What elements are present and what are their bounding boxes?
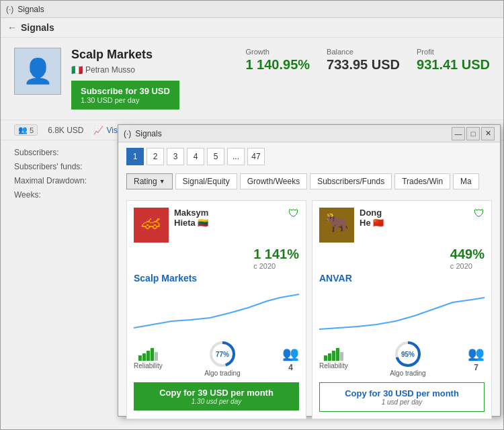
card2-author-name: DongHe 🇨🇳 [360, 208, 485, 228]
subscribers-group: 👥 5 [14, 124, 38, 136]
card1-author-info: MaksymHieta 🇱🇹 [174, 208, 299, 228]
signals-icon: (·) [6, 5, 13, 14]
card1-reliability: Reliability [134, 347, 163, 370]
card2-chart-svg [319, 288, 485, 335]
profit-value: 931.41 USD [417, 57, 490, 73]
bar1 [324, 355, 327, 361]
bar4 [336, 348, 339, 361]
svg-text:🏎: 🏎 [142, 212, 161, 233]
card2-growth-area: 449% c 2020 [319, 247, 485, 270]
balance-value: 733.95 USD [327, 57, 400, 73]
signal-card-1: 🏎 MaksymHieta 🇱🇹 🛡 1 141% c 2020 Scalp M… [126, 200, 306, 419]
bg-titlebar: (·) Signals [1, 1, 503, 18]
card1-growth-area: 1 141% c 2020 [134, 247, 299, 270]
page-btn-3[interactable]: 3 [167, 148, 184, 165]
filter-ma[interactable]: Ma [453, 173, 479, 189]
bar2 [142, 353, 146, 361]
page-btn-4[interactable]: 4 [187, 148, 204, 165]
card2-growth-pct: 449% [450, 247, 485, 262]
card2-copy-sub: 1 usd per day [325, 398, 478, 406]
card1-reliability-label: Reliability [134, 362, 163, 370]
fg-title-text: (·) Signals [124, 129, 448, 138]
usd-amount: 6.8K USD [48, 126, 83, 135]
filter-trades-win[interactable]: Trades/Win [394, 173, 450, 189]
card1-copy-sub: 1.30 usd per day [139, 398, 294, 405]
page-btn-2[interactable]: 2 [146, 148, 164, 165]
bar3 [332, 351, 335, 361]
card1-circle: 77% [208, 340, 237, 368]
card2-growth-block: 449% c 2020 [450, 247, 485, 270]
card1-growth-since: c 2020 [253, 262, 299, 270]
card2-avatar: 🐂 [319, 208, 354, 243]
card1-copy-main: Copy for 39 USD per month [139, 388, 294, 398]
rating-arrow: ▼ [159, 178, 165, 185]
card1-avatar-img: 🏎 [134, 208, 169, 243]
page-btn-5[interactable]: 5 [207, 148, 224, 165]
signal-info: Scalp Markets 🇮🇹 Petran Musso Subscribe … [71, 48, 235, 110]
card1-algo-pct: 77% [216, 351, 229, 358]
filter-signal-equity[interactable]: Signal/Equity [175, 173, 237, 189]
bg-nav: ← Signals [1, 18, 503, 38]
card1-sub-count: 4 [288, 363, 293, 372]
back-button[interactable]: ← [7, 22, 17, 33]
growth-label: Growth [245, 48, 310, 56]
card1-chart [134, 288, 299, 335]
balance-stat: Balance 733.95 USD [327, 48, 400, 73]
subs-count: 5 [30, 126, 34, 134]
bar3 [146, 351, 150, 361]
bar5 [155, 352, 158, 361]
card2-reliability-label: Reliability [319, 362, 348, 370]
card2-algo-pct: 95% [401, 351, 415, 358]
card1-growth-block: 1 141% c 2020 [253, 247, 299, 270]
card2-shield-icon: 🛡 [474, 208, 485, 220]
pagination: 1 2 3 4 5 ... 47 [118, 142, 500, 171]
card1-signal-name[interactable]: Scalp Markets [134, 273, 299, 284]
card1-bottom: Reliability 77% Algo trading 👥 4 [134, 340, 299, 377]
bg-title: Signals [17, 5, 44, 14]
filter-tabs: Rating ▼ Signal/Equity Growth/Weeks Subs… [118, 171, 500, 195]
card2-sub-count: 7 [474, 363, 478, 372]
minimize-button[interactable]: — [452, 127, 465, 140]
card2-reliability: Reliability [319, 347, 348, 370]
fg-signals-icon: (·) [124, 129, 131, 138]
subs-funds-label: Subscribers' funds: [14, 162, 83, 171]
maximize-button[interactable]: □ [466, 127, 480, 140]
card1-author-name: MaksymHieta 🇱🇹 [174, 208, 299, 228]
bar4 [151, 348, 154, 361]
card1-flag: 🇱🇹 [198, 218, 208, 228]
card1-people-icon: 👥 [282, 345, 299, 361]
signal-name: Scalp Markets [71, 48, 235, 62]
card2-algo-stat: 95% Algo trading [390, 340, 425, 377]
card2-flag: 🇨🇳 [373, 218, 384, 228]
signal-card-2: 🐂 DongHe 🇨🇳 🛡 449% c 2020 ANVAR [312, 200, 492, 419]
author-flag: 🇮🇹 [71, 64, 83, 75]
filter-growth-weeks[interactable]: Growth/Weeks [240, 173, 307, 189]
card1-chart-svg [134, 288, 299, 335]
card1-header: 🏎 MaksymHieta 🇱🇹 🛡 [134, 208, 299, 243]
card2-chart [319, 288, 485, 335]
filter-subs-funds[interactable]: Subscribers/Funds [310, 173, 392, 189]
page-btn-1[interactable]: 1 [126, 148, 144, 165]
card2-circle: 95% [394, 340, 422, 368]
card2-bar-chart [324, 347, 343, 361]
subscribe-main-text: Subscribe for 39 USD [81, 86, 170, 96]
card1-avatar: 🏎 [134, 208, 169, 243]
card1-algo-stat: 77% Algo trading [204, 340, 240, 377]
weeks-label: Weeks: [14, 190, 41, 200]
card1-algo-label: Algo trading [204, 370, 240, 377]
profit-label: Profit [417, 48, 490, 56]
signal-author: 🇮🇹 Petran Musso [71, 64, 235, 75]
card2-author-info: DongHe 🇨🇳 [360, 208, 485, 228]
avatar-icon: 👤 [23, 57, 53, 85]
card1-shield-icon: 🛡 [288, 208, 299, 220]
card1-bar-chart [138, 347, 158, 361]
page-btn-47[interactable]: 47 [247, 148, 265, 165]
card2-copy-button[interactable]: Copy for 30 USD per month 1 usd per day [319, 382, 485, 412]
card1-copy-button[interactable]: Copy for 39 USD per month 1.30 usd per d… [134, 382, 299, 411]
card2-signal-name[interactable]: ANVAR [319, 273, 485, 284]
card2-bottom: Reliability 95% Algo trading 👥 7 [319, 340, 485, 377]
page-btn-ellipsis[interactable]: ... [227, 148, 245, 165]
filter-rating[interactable]: Rating ▼ [126, 173, 173, 189]
subscribe-button[interactable]: Subscribe for 39 USD 1.30 USD per day [71, 81, 179, 110]
close-button[interactable]: ✕ [481, 127, 495, 140]
